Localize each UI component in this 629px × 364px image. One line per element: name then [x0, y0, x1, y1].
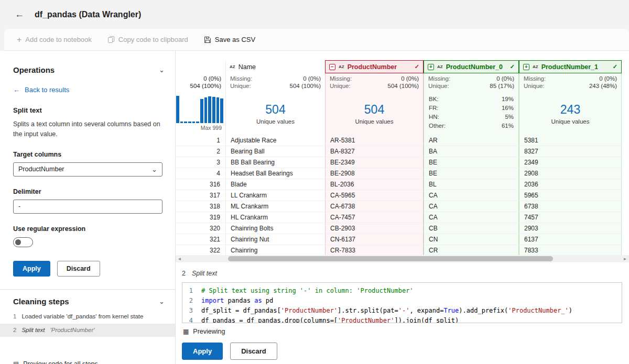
- cell[interactable]: CR: [424, 245, 519, 255]
- cell[interactable]: CA: [424, 190, 519, 201]
- cell[interactable]: LL Crankarm: [226, 190, 325, 201]
- cell[interactable]: 4: [176, 168, 225, 179]
- cell[interactable]: HL Crankarm: [226, 212, 325, 223]
- category-label: FR:: [429, 104, 439, 113]
- discard-button[interactable]: Discard: [57, 261, 100, 277]
- cell[interactable]: CA-7457: [325, 212, 424, 223]
- cell[interactable]: 5381: [519, 135, 622, 146]
- code-line: 3df_split = df_pandas['ProductNumber'].s…: [182, 306, 622, 316]
- title-bar: ← df_pandas (Data Wrangler): [0, 0, 629, 29]
- cell[interactable]: 3: [176, 157, 225, 168]
- discard-button-bottom[interactable]: Discard: [230, 343, 277, 360]
- chevron-down-icon[interactable]: ⌄: [159, 297, 165, 305]
- stat-line: Unique:504 (100%): [230, 82, 321, 90]
- previewing-label: Previewing: [193, 328, 225, 335]
- category-value: 5%: [505, 113, 514, 122]
- checkmark-icon: ✓: [613, 63, 617, 70]
- preview-code-link[interactable]: ▤ Preview code for all steps: [13, 360, 98, 364]
- cell[interactable]: 318: [176, 201, 225, 212]
- regex-toggle[interactable]: [13, 237, 33, 247]
- cell[interactable]: 8327: [519, 146, 622, 157]
- apply-button-bottom[interactable]: Apply: [182, 343, 223, 360]
- minus-icon: −: [329, 64, 335, 70]
- back-to-results-link[interactable]: ← Back to results: [13, 86, 165, 94]
- cell[interactable]: 321: [176, 234, 225, 245]
- delimiter-input[interactable]: [13, 200, 162, 214]
- cell[interactable]: CR-7833: [325, 245, 424, 255]
- cell[interactable]: CA: [424, 212, 519, 223]
- cell[interactable]: Adjustable Race: [226, 135, 325, 146]
- code-step-number: 2: [182, 270, 186, 277]
- cell[interactable]: CN: [424, 234, 519, 245]
- cell[interactable]: 317: [176, 190, 225, 201]
- cell[interactable]: BA-8327: [325, 146, 424, 157]
- cell[interactable]: AR: [424, 135, 519, 146]
- histogram-bar: [192, 122, 196, 123]
- copy-icon: [107, 36, 115, 43]
- cell[interactable]: Chainring Nut: [226, 234, 325, 245]
- save-as-csv-button[interactable]: Save as CSV: [198, 32, 262, 47]
- add-code-to-notebook-button[interactable]: + Add code to notebook: [10, 32, 98, 47]
- save-csv-label: Save as CSV: [215, 36, 255, 43]
- cell[interactable]: AR-5381: [325, 135, 424, 146]
- scrollbar-track[interactable]: [183, 255, 621, 262]
- code-preview-icon: ▤: [13, 360, 19, 364]
- cell[interactable]: 5965: [519, 190, 622, 201]
- cell[interactable]: 6738: [519, 201, 622, 212]
- stat-line: Missing:0 (0%): [428, 75, 514, 82]
- previewing-icon: ▦: [183, 328, 189, 335]
- horizontal-scrollbar[interactable]: ◄ ►: [176, 255, 629, 262]
- column-header[interactable]: +AZProductNumber_1✓: [519, 60, 622, 73]
- cell[interactable]: 2036: [519, 179, 622, 190]
- cell[interactable]: ML Crankarm: [226, 201, 325, 212]
- apply-button[interactable]: Apply: [13, 261, 50, 277]
- cell[interactable]: CA: [424, 201, 519, 212]
- cell[interactable]: BL-2036: [325, 179, 424, 190]
- cell[interactable]: BA: [424, 146, 519, 157]
- cell[interactable]: BL: [424, 179, 519, 190]
- cell[interactable]: 7833: [519, 245, 622, 255]
- cell[interactable]: 316: [176, 179, 225, 190]
- cell[interactable]: CA-6738: [325, 201, 424, 212]
- cell[interactable]: CA-5965: [325, 190, 424, 201]
- cell[interactable]: Blade: [226, 179, 325, 190]
- cell[interactable]: 2: [176, 146, 225, 157]
- cell[interactable]: 2349: [519, 157, 622, 168]
- column-header[interactable]: AZName: [226, 60, 325, 73]
- chevron-down-icon[interactable]: ⌄: [159, 66, 165, 74]
- cell[interactable]: 2903: [519, 223, 622, 234]
- cell[interactable]: 1: [176, 135, 225, 146]
- cell[interactable]: 319: [176, 212, 225, 223]
- cleaning-step-1[interactable]: 1 Loaded variable 'df_pandas' from kerne…: [13, 310, 165, 323]
- cleaning-step-2[interactable]: 2 Split text 'ProductNumber': [0, 324, 175, 337]
- cell[interactable]: 2908: [519, 168, 622, 179]
- cell[interactable]: BB Ball Bearing: [226, 157, 325, 168]
- text-type-icon: AZ: [437, 64, 443, 69]
- scrollbar-thumb[interactable]: [228, 256, 553, 261]
- cell[interactable]: Bearing Ball: [226, 146, 325, 157]
- scroll-left-icon[interactable]: ◄: [176, 257, 183, 261]
- cell[interactable]: 322: [176, 245, 225, 255]
- cell[interactable]: BE-2349: [325, 157, 424, 168]
- cell[interactable]: CN-6137: [325, 234, 424, 245]
- cell[interactable]: BE: [424, 168, 519, 179]
- cell[interactable]: Chainring: [226, 245, 325, 255]
- plus-icon: +: [523, 64, 529, 70]
- back-arrow-icon[interactable]: ←: [15, 9, 24, 20]
- target-columns-dropdown[interactable]: ProductNumber ⌄: [13, 162, 162, 177]
- cell[interactable]: CB-2903: [325, 223, 424, 234]
- cell[interactable]: Chainring Bolts: [226, 223, 325, 234]
- code-token: 'ProductNumber_': [508, 307, 569, 314]
- cell[interactable]: Headset Ball Bearings: [226, 168, 325, 179]
- copy-code-button[interactable]: Copy code to clipboard: [101, 32, 194, 47]
- cell[interactable]: 7457: [519, 212, 622, 223]
- scroll-right-icon[interactable]: ►: [621, 257, 629, 261]
- code-token: True: [443, 307, 459, 314]
- column-header[interactable]: −AZProductNumber✓: [325, 60, 424, 73]
- cell[interactable]: CB: [424, 223, 519, 234]
- cell[interactable]: 320: [176, 223, 225, 234]
- cell[interactable]: BE: [424, 157, 519, 168]
- column-header[interactable]: +AZProductNumber_0✓: [424, 60, 519, 73]
- cell[interactable]: 6137: [519, 234, 622, 245]
- cell[interactable]: BE-2908: [325, 168, 424, 179]
